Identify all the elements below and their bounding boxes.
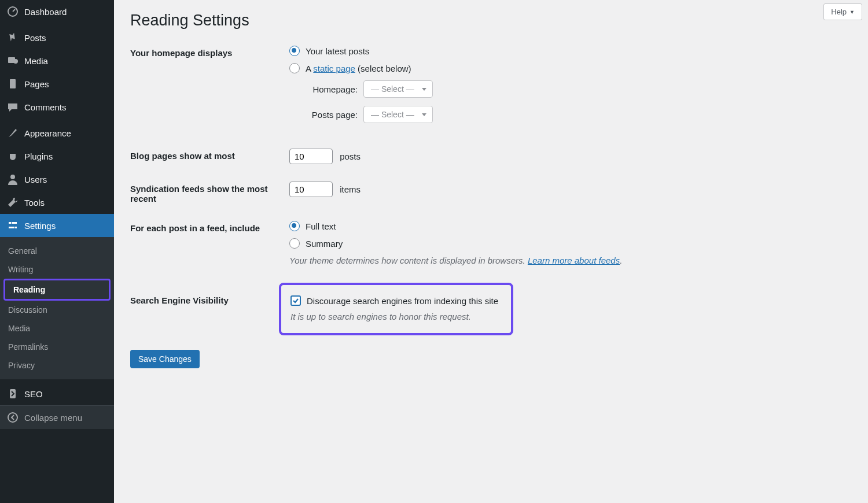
sidebar-label: Tools [24, 198, 45, 208]
submenu-reading[interactable]: Reading [3, 279, 111, 301]
text: A [306, 64, 313, 73]
submenu-general[interactable]: General [0, 242, 114, 260]
sidebar-item-seo[interactable]: SEO [0, 382, 114, 405]
sidebar-item-settings[interactable]: Settings [0, 214, 114, 237]
user-icon [7, 173, 19, 185]
sidebar-item-pages[interactable]: Pages [0, 72, 114, 95]
radio-static-page[interactable]: A static page (select below) [289, 63, 852, 73]
radio-full-text[interactable]: Full text [289, 221, 852, 231]
page-title: Reading Settings [130, 12, 852, 29]
pin-icon [7, 32, 19, 43]
svg-point-4 [10, 175, 15, 179]
text: Your theme determines how content is dis… [289, 256, 528, 265]
blog-pages-input[interactable] [289, 149, 333, 164]
page-icon [7, 78, 19, 90]
homepage-select-label: Homepage: [302, 84, 358, 94]
radio-icon [289, 46, 300, 56]
checkbox-label: Discourage search engines from indexing … [307, 296, 498, 306]
sidebar-label: Settings [24, 221, 56, 231]
syndication-label: Syndication feeds show the most recent [130, 182, 289, 204]
feed-description: Your theme determines how content is dis… [289, 256, 852, 265]
svg-point-2 [13, 59, 18, 64]
submenu-writing[interactable]: Writing [0, 260, 114, 279]
svg-rect-5 [9, 222, 11, 224]
text: (select below) [355, 64, 411, 73]
sidebar-label: Plugins [24, 151, 53, 161]
submenu-privacy[interactable]: Privacy [0, 356, 114, 375]
sidebar-label: Comments [24, 102, 67, 112]
help-button[interactable]: Help ▼ [823, 3, 862, 20]
collapse-label: Collapse menu [24, 413, 82, 423]
sidebar-label: Media [24, 56, 48, 66]
sev-description: It is up to search engines to honor this… [290, 312, 498, 321]
radio-latest-posts[interactable]: Your latest posts [289, 46, 852, 56]
learn-more-link[interactable]: Learn more about feeds [528, 256, 620, 265]
svg-rect-9 [10, 389, 16, 398]
sidebar-label: Users [24, 175, 47, 184]
sidebar-label: Posts [24, 33, 46, 43]
chevron-down-icon: ▼ [849, 9, 855, 15]
sev-highlight-box: Discourage search engines from indexing … [279, 283, 513, 335]
radio-icon [289, 221, 300, 231]
sidebar-item-comments[interactable]: Comments [0, 95, 114, 119]
sidebar-item-plugins[interactable]: Plugins [0, 145, 114, 168]
radio-label: A static page (select below) [306, 64, 411, 73]
static-page-link[interactable]: static page [313, 64, 355, 73]
sidebar-item-users[interactable]: Users [0, 168, 114, 191]
sidebar-item-appearance[interactable]: Appearance [0, 121, 114, 145]
submenu-discussion[interactable]: Discussion [0, 301, 114, 319]
collapse-menu[interactable]: Collapse menu [0, 405, 114, 429]
submenu-permalinks[interactable]: Permalinks [0, 338, 114, 356]
feed-content-label: For each post in a feed, include [130, 221, 289, 233]
sidebar-item-dashboard[interactable]: Dashboard [0, 0, 114, 23]
homepage-select[interactable]: — Select — [363, 80, 433, 98]
dashboard-icon [7, 6, 19, 17]
sidebar-item-tools[interactable]: Tools [0, 191, 114, 214]
save-changes-button[interactable]: Save Changes [130, 350, 200, 368]
radio-icon [289, 63, 300, 73]
postspage-select-label: Posts page: [302, 110, 358, 120]
svg-rect-3 [10, 79, 16, 88]
radio-icon [289, 238, 300, 249]
text: . [620, 256, 622, 265]
svg-rect-7 [9, 227, 14, 228]
checkbox-icon [290, 295, 301, 306]
seo-icon [7, 388, 19, 400]
radio-summary[interactable]: Summary [289, 238, 852, 249]
settings-icon [7, 220, 19, 231]
sidebar-item-posts[interactable]: Posts [0, 26, 114, 49]
unit-label: posts [340, 151, 361, 161]
settings-submenu: General Writing Reading Discussion Media… [0, 237, 114, 379]
media-icon [7, 55, 19, 66]
svg-rect-8 [14, 227, 17, 228]
collapse-icon [7, 412, 19, 423]
wrench-icon [7, 197, 19, 208]
blog-pages-label: Blog pages show at most [130, 149, 289, 161]
svg-rect-6 [12, 222, 17, 224]
radio-label: Full text [306, 221, 336, 231]
svg-point-10 [8, 413, 17, 422]
sev-checkbox-row[interactable]: Discourage search engines from indexing … [290, 295, 498, 306]
help-label: Help [831, 8, 847, 16]
postspage-select[interactable]: — Select — [363, 106, 433, 123]
main-content: Help ▼ Reading Settings Your homepage di… [114, 0, 868, 503]
submenu-media[interactable]: Media [0, 319, 114, 338]
brush-icon [7, 127, 19, 139]
unit-label: items [340, 184, 361, 194]
homepage-displays-label: Your homepage displays [130, 46, 289, 58]
radio-label: Summary [306, 239, 343, 249]
sev-label: Search Engine Visibility [130, 283, 289, 305]
comment-icon [7, 101, 19, 113]
admin-sidebar: Dashboard Posts Media Pages Comments App… [0, 0, 114, 503]
radio-label: Your latest posts [306, 46, 369, 56]
sidebar-item-media[interactable]: Media [0, 49, 114, 72]
sidebar-label: Pages [24, 79, 49, 89]
sidebar-label: Dashboard [24, 7, 67, 17]
plugin-icon [7, 150, 19, 162]
sidebar-label: Appearance [24, 128, 71, 138]
syndication-input[interactable] [289, 182, 333, 197]
sidebar-label: SEO [24, 389, 43, 399]
